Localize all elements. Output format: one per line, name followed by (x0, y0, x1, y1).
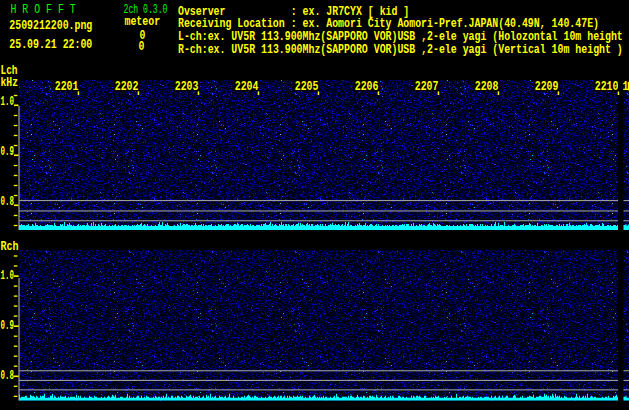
svg-text:kHz: kHz (1, 75, 19, 90)
svg-text:2202: 2202 (115, 79, 139, 94)
svg-text:2205: 2205 (295, 79, 319, 94)
svg-text:2209: 2209 (535, 79, 559, 94)
svg-text:2204: 2204 (235, 79, 259, 94)
svg-text:2210: 2210 (595, 79, 619, 94)
svg-text:25.09.21 22:00: 25.09.21 22:00 (9, 37, 92, 52)
svg-text:2509212200.png: 2509212200.png (9, 18, 92, 33)
svg-text:2208: 2208 (475, 79, 499, 94)
svg-text:0.9: 0.9 (1, 144, 15, 159)
svg-text:1.0: 1.0 (1, 268, 15, 283)
svg-text:H R O F F T: H R O F F T (11, 2, 76, 17)
svg-text:0.8: 0.8 (1, 194, 15, 209)
svg-text:Rch: Rch (1, 239, 19, 254)
svg-text:0.9: 0.9 (1, 318, 15, 333)
svg-text:2206: 2206 (355, 79, 379, 94)
svg-text:0.8: 0.8 (1, 368, 15, 383)
svg-text:2207: 2207 (415, 79, 439, 94)
svg-text:2201: 2201 (55, 79, 79, 94)
svg-text:0: 0 (139, 39, 145, 54)
svg-text:2203: 2203 (175, 79, 199, 94)
svg-text:R-ch:ex. UV5R 113.900Mhz(SAPPO: R-ch:ex. UV5R 113.900Mhz(SAPPORO VOR)USB… (178, 42, 623, 57)
svg-text:1.0: 1.0 (1, 94, 15, 109)
